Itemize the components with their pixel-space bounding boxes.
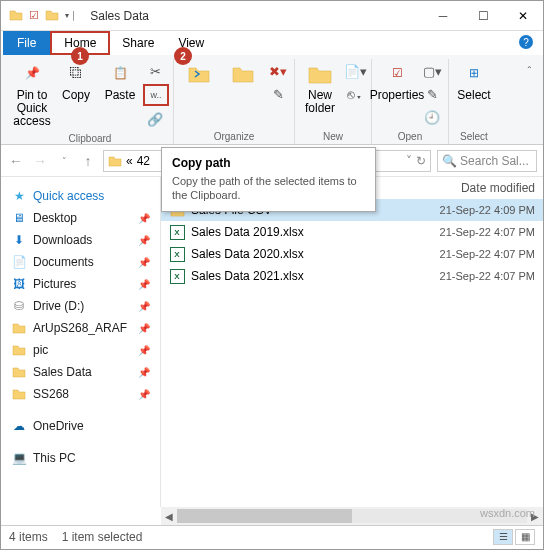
tree-item[interactable]: 💻 This PC: [5, 447, 156, 469]
pin-icon: 📌: [138, 257, 150, 268]
group-open: ☑Properties ▢▾ ✎ 🕘 Open: [372, 59, 449, 144]
group-label: Organize: [214, 129, 255, 144]
tree-label: Sales Data: [33, 365, 92, 379]
new-folder-button[interactable]: New folder: [299, 59, 341, 117]
tree-label: This PC: [33, 451, 76, 465]
tree-item[interactable]: 🖼 Pictures 📌: [5, 273, 156, 295]
tree-item[interactable]: pic 📌: [5, 339, 156, 361]
close-button[interactable]: ✕: [503, 1, 543, 31]
maximize-button[interactable]: ☐: [463, 1, 503, 31]
tooltip-body: Copy the path of the selected items to t…: [172, 174, 365, 203]
group-new: New folder 📄▾ ⎋▾ New: [295, 59, 372, 144]
pin-icon: 📌: [138, 279, 150, 290]
fold-icon: [11, 320, 27, 336]
folder-icon: [9, 9, 23, 23]
recent-dropdown[interactable]: ˅: [55, 156, 73, 166]
group-label: Select: [460, 129, 488, 144]
file-name: Sales Data 2020.xlsx: [191, 247, 434, 261]
annotation-2: 2: [174, 47, 192, 65]
navigation-tree[interactable]: ★ Quick access 🖥 Desktop 📌 ⬇ Downloads 📌…: [1, 177, 161, 507]
pc-icon: 💻: [11, 450, 27, 466]
tooltip-copy-path: Copy path Copy the path of the selected …: [161, 147, 376, 212]
history-icon[interactable]: 🕘: [420, 107, 444, 127]
tooltip-title: Copy path: [172, 156, 365, 170]
tree-label: OneDrive: [33, 419, 84, 433]
copy-to-button[interactable]: [222, 59, 264, 89]
refresh-icon[interactable]: ↻: [416, 154, 426, 168]
tree-item[interactable]: SS268 📌: [5, 383, 156, 405]
file-list[interactable]: Date modified Sales File CSV 21-Sep-22 4…: [161, 177, 543, 507]
status-bar: 4 items 1 item selected ☰ ▦: [1, 525, 543, 547]
new-item-icon[interactable]: 📄▾: [343, 61, 367, 81]
paste-button[interactable]: 📋Paste: [99, 59, 141, 104]
qat-dropdown-icon[interactable]: ▾ │: [65, 11, 76, 20]
header-date[interactable]: Date modified: [461, 181, 535, 195]
cut-icon[interactable]: ✂: [143, 61, 167, 81]
easy-access-icon[interactable]: ⎋▾: [343, 84, 367, 104]
back-button[interactable]: ←: [7, 153, 25, 169]
ribbon-collapse-icon[interactable]: ⌃: [526, 65, 533, 74]
group-clipboard: 📌Pin to Quick access ⿻Copy 📋Paste ✂ w.. …: [7, 59, 174, 144]
tree-label: Desktop: [33, 211, 77, 225]
fold-icon: [11, 364, 27, 380]
group-label: Open: [398, 129, 422, 144]
thumbnails-view-button[interactable]: ▦: [515, 529, 535, 545]
file-date: 21-Sep-22 4:07 PM: [440, 270, 535, 282]
status-selected: 1 item selected: [62, 530, 143, 544]
tree-item[interactable]: ⬇ Downloads 📌: [5, 229, 156, 251]
pin-icon: 📌: [138, 301, 150, 312]
rename-icon[interactable]: ✎: [266, 84, 290, 104]
file-date: 21-Sep-22 4:07 PM: [440, 226, 535, 238]
drv-icon: ⛁: [11, 298, 27, 314]
group-label: New: [323, 129, 343, 144]
status-item-count: 4 items: [9, 530, 48, 544]
tab-share[interactable]: Share: [110, 31, 166, 55]
details-view-button[interactable]: ☰: [493, 529, 513, 545]
paste-shortcut-icon[interactable]: 🔗: [143, 109, 167, 129]
list-item[interactable]: X Sales Data 2019.xlsx 21-Sep-22 4:07 PM: [161, 221, 543, 243]
xlsx-icon: X: [169, 224, 185, 240]
fold-icon: [11, 342, 27, 358]
doc-icon: 📄: [11, 254, 27, 270]
tree-item[interactable]: ☁ OneDrive: [5, 415, 156, 437]
pin-icon: 📌: [138, 213, 150, 224]
pin-quick-access-button[interactable]: 📌Pin to Quick access: [11, 59, 53, 131]
copy-button[interactable]: ⿻Copy: [55, 59, 97, 104]
edit-icon[interactable]: ✎: [420, 84, 444, 104]
delete-icon[interactable]: ✖▾: [266, 61, 290, 81]
tree-item[interactable]: ArUpS268_ARAF 📌: [5, 317, 156, 339]
forward-button[interactable]: →: [31, 153, 49, 169]
ribbon: 📌Pin to Quick access ⿻Copy 📋Paste ✂ w.. …: [1, 55, 543, 145]
copy-path-button[interactable]: w..: [143, 84, 169, 106]
folder-icon: [108, 155, 122, 167]
annotation-1: 1: [71, 47, 89, 65]
tree-label: Drive (D:): [33, 299, 84, 313]
chevron-down-icon[interactable]: ˅: [406, 154, 412, 168]
group-label: Clipboard: [69, 131, 112, 146]
tree-item[interactable]: ⛁ Drive (D:) 📌: [5, 295, 156, 317]
help-icon[interactable]: ?: [519, 35, 533, 49]
select-button[interactable]: ⊞Select: [453, 59, 495, 104]
file-name: Sales Data 2019.xlsx: [191, 225, 434, 239]
properties-button[interactable]: ☑Properties: [376, 59, 418, 104]
main-pane: ★ Quick access 🖥 Desktop 📌 ⬇ Downloads 📌…: [1, 177, 543, 507]
tree-label: Quick access: [33, 189, 104, 203]
pin-icon: 📌: [138, 345, 150, 356]
tree-item[interactable]: ★ Quick access: [5, 185, 156, 207]
list-item[interactable]: X Sales Data 2021.xlsx 21-Sep-22 4:07 PM: [161, 265, 543, 287]
tree-item[interactable]: 📄 Documents 📌: [5, 251, 156, 273]
list-item[interactable]: X Sales Data 2020.xlsx 21-Sep-22 4:07 PM: [161, 243, 543, 265]
file-date: 21-Sep-22 4:07 PM: [440, 248, 535, 260]
pin-icon: 📌: [138, 389, 150, 400]
minimize-button[interactable]: ─: [423, 1, 463, 31]
tree-item[interactable]: Sales Data 📌: [5, 361, 156, 383]
file-name: Sales Data 2021.xlsx: [191, 269, 434, 283]
pin-icon: 📌: [138, 235, 150, 246]
tree-item[interactable]: 🖥 Desktop 📌: [5, 207, 156, 229]
up-button[interactable]: ↑: [79, 153, 97, 169]
search-icon: 🔍: [442, 154, 457, 168]
tree-label: Documents: [33, 255, 94, 269]
open-icon[interactable]: ▢▾: [420, 61, 444, 81]
search-input[interactable]: 🔍 Search Sal...: [437, 150, 537, 172]
tab-file[interactable]: File: [3, 31, 50, 55]
